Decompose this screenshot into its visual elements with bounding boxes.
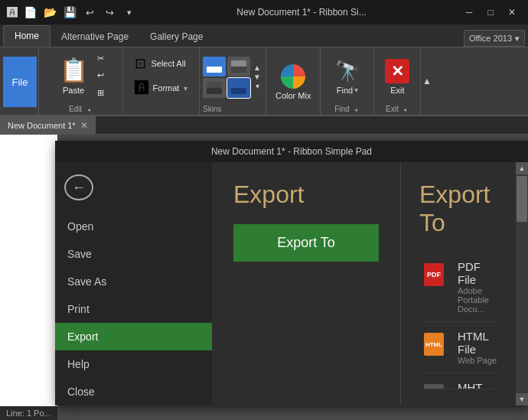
pdf-icon-container: PDF xyxy=(419,260,448,289)
editor-area: Line: 1 Po... xyxy=(0,135,57,420)
paste-label: Paste xyxy=(63,86,84,95)
export-item-pdf[interactable]: PDF PDF File Adobe Portable Docu... xyxy=(419,252,497,322)
chevron-down-icon: ▾ xyxy=(515,34,520,44)
format-btn-icon: 🅰 xyxy=(135,80,148,96)
html-item-info: HTML File Web Page xyxy=(458,330,497,365)
open-btn[interactable]: 📂 xyxy=(41,4,58,21)
quick-access-toolbar: 🅰 📄 📂 💾 ↩ ↪ ▾ xyxy=(6,4,138,21)
format-button[interactable]: 🅰 Format ▾ xyxy=(130,77,193,99)
mht-item-name: MHT File xyxy=(458,381,497,389)
skin-btn-1[interactable] xyxy=(203,57,226,77)
theme-selector[interactable]: Office 2013 ▾ xyxy=(464,30,525,47)
skins-label: Skins xyxy=(203,105,262,113)
back-icon: ← xyxy=(72,180,86,196)
app-icon: 🅰 xyxy=(6,6,18,18)
exit-expand-icon[interactable]: ⬧ xyxy=(402,106,409,113)
document-tab[interactable]: New Document 1* ✕ xyxy=(0,116,96,135)
skin-btn-2[interactable] xyxy=(227,57,250,77)
ribbon-tabs-bar: Home Alternative Page Gallery Page Offic… xyxy=(0,24,528,47)
skins-down-btn[interactable]: ▼ xyxy=(253,73,261,82)
html-item-name: HTML File xyxy=(458,330,497,356)
exit-button[interactable]: ✕ Exit xyxy=(380,52,414,103)
tab-home[interactable]: Home xyxy=(3,25,51,47)
nav-item-open[interactable]: Open xyxy=(55,213,212,240)
file-group: File xyxy=(0,47,39,115)
ribbon-collapse-button[interactable]: ▲ xyxy=(420,47,432,115)
skins-up-btn[interactable]: ▲ xyxy=(253,63,261,73)
doc-tab-name: New Document 1* xyxy=(8,121,76,130)
skins-group: ▲ ▼ ▾ Skins xyxy=(200,47,266,115)
doc-tab-close-button[interactable]: ✕ xyxy=(80,120,88,131)
title-bar: 🅰 📄 📂 💾 ↩ ↪ ▾ New Document 1* - Ribbon S… xyxy=(0,0,528,24)
exit-label: Exit xyxy=(390,86,404,95)
nav-item-save[interactable]: Save xyxy=(55,240,212,268)
skins-more-btn[interactable]: ▾ xyxy=(253,82,261,91)
scrollbar: ▲ ▼ xyxy=(516,162,528,405)
html-item-desc: Web Page xyxy=(458,356,497,365)
selectall-format-group: ⊡ Select All 🅰 Format ▾ xyxy=(123,47,200,115)
nav-item-help[interactable]: Help xyxy=(55,350,212,378)
inner-window-title-bar: New Document 1* - Ribbon Simple Pad xyxy=(55,141,528,162)
edit-group-expand[interactable]: ⬧ xyxy=(85,106,93,113)
scroll-down-arrow[interactable]: ▼ xyxy=(516,393,528,405)
nav-item-print[interactable]: Print xyxy=(55,295,212,323)
cut-button[interactable]: ✂ xyxy=(94,50,107,67)
mht-item-info: MHT File xyxy=(458,381,497,389)
colormix-group: Color Mix xyxy=(266,47,321,115)
find-group-label: Find ⬧ xyxy=(334,105,360,113)
mht-icon-container: MHT xyxy=(419,381,448,389)
skins-scroll: ▲ ▼ ▾ xyxy=(252,62,262,93)
export-item-mht[interactable]: MHT MHT File xyxy=(419,373,497,389)
find-group: 🔭 Find ▾ Find ⬧ xyxy=(321,47,374,115)
scroll-up-arrow[interactable]: ▲ xyxy=(516,162,528,174)
customize-arrow[interactable]: ▾ xyxy=(121,4,138,21)
format-icon: ⊞ xyxy=(97,88,104,98)
export-item-html[interactable]: HTML HTML File Web Page xyxy=(419,322,497,373)
file-button[interactable]: File xyxy=(3,57,37,107)
nav-item-close[interactable]: Close xyxy=(55,378,212,405)
find-icon: 🔭 xyxy=(335,60,360,83)
back-button[interactable]: ← xyxy=(64,174,93,200)
format-chevron-icon: ▾ xyxy=(184,84,187,93)
format-label: Format xyxy=(153,83,180,93)
format-small-btn[interactable]: ⊞ xyxy=(94,85,107,101)
select-all-button[interactable]: ⊡ Select All xyxy=(130,52,191,75)
save-btn[interactable]: 💾 xyxy=(61,4,78,21)
paste-icon: 📋 xyxy=(60,57,88,83)
close-button[interactable]: ✕ xyxy=(502,5,522,20)
export-to-section: Export To PDF PDF File Adobe Portable Do… xyxy=(401,162,516,405)
select-all-icon: ⊡ xyxy=(135,55,146,72)
ribbon-content: File 📋 Paste ✂ ↩ ⊞ xyxy=(0,47,528,116)
nav-item-save-as[interactable]: Save As xyxy=(55,268,212,295)
pdf-item-desc: Adobe Portable Docu... xyxy=(458,286,497,314)
minimize-button[interactable]: ─ xyxy=(459,5,479,20)
new-file-btn[interactable]: 📄 xyxy=(21,4,38,21)
export-to-button[interactable]: Export To xyxy=(233,224,379,262)
skin-btn-4[interactable] xyxy=(227,78,250,98)
paste-button[interactable]: 📋 Paste xyxy=(55,50,93,101)
html-icon-container: HTML xyxy=(419,330,448,359)
scroll-thumb[interactable] xyxy=(517,176,527,222)
redo-btn[interactable]: ↪ xyxy=(101,4,118,21)
main-content-area: Line: 1 Po... New Document 1* - Ribbon S… xyxy=(0,135,528,420)
tab-gallery-page[interactable]: Gallery Page xyxy=(139,27,213,47)
export-heading: Export xyxy=(233,181,379,209)
find-expand-icon[interactable]: ⬧ xyxy=(353,106,360,113)
skin-btn-3[interactable] xyxy=(203,78,226,98)
find-button[interactable]: 🔭 Find ▾ xyxy=(331,52,364,103)
edit-group-label: Edit ⬧ xyxy=(69,105,93,113)
window-title: New Document 1* - Ribbon Si... xyxy=(148,7,455,18)
color-mix-button[interactable]: Color Mix xyxy=(271,57,315,107)
select-all-label: Select All xyxy=(151,59,185,68)
status-text: Line: 1 Po... xyxy=(6,409,51,418)
status-bar: Line: 1 Po... xyxy=(0,406,57,420)
undo-btn[interactable]: ↩ xyxy=(81,4,98,21)
tab-alternative-page[interactable]: Alternative Page xyxy=(51,27,139,47)
color-mix-label: Color Mix xyxy=(275,91,311,100)
maximize-button[interactable]: □ xyxy=(481,5,500,20)
edit-group: 📋 Paste ✂ ↩ ⊞ Edit ⬧ xyxy=(39,47,123,115)
undo-ribbon-btn[interactable]: ↩ xyxy=(94,67,107,83)
nav-item-export[interactable]: Export xyxy=(55,323,212,350)
color-mix-icon xyxy=(281,64,305,89)
cut-icon: ✂ xyxy=(97,54,104,63)
